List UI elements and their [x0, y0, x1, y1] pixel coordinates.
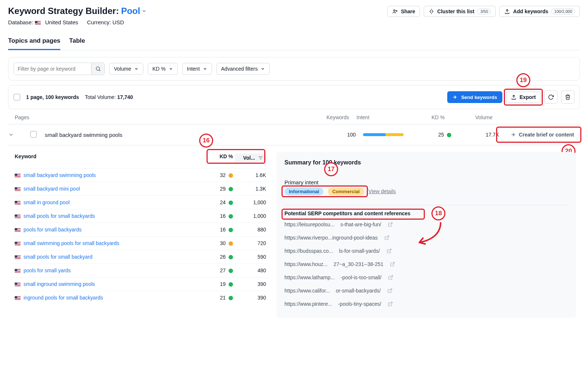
keyword-kd: 24 — [200, 199, 233, 205]
keyword-volume: 1,000 — [233, 213, 266, 219]
search-icon — [95, 66, 101, 72]
page-row: small backyard swimming pools 100 25 17.… — [8, 124, 580, 145]
keyword-link[interactable]: small backyard mini pool — [24, 186, 80, 192]
tab-table[interactable]: Table — [69, 34, 85, 50]
delete-button[interactable] — [561, 91, 574, 104]
keyword-link[interactable]: small inground swimming pools — [24, 281, 95, 287]
svg-line-14 — [390, 276, 392, 278]
keyword-link[interactable]: small backyard swimming pools — [24, 172, 96, 178]
svg-line-11 — [387, 236, 389, 238]
view-details-link[interactable]: View details — [369, 188, 396, 194]
keyword-kd: 30 — [200, 240, 233, 246]
col-keywords[interactable]: Keywords — [305, 114, 349, 120]
keyword-volume: 1.3K — [233, 186, 266, 192]
kw-col-volume[interactable]: Vol... — [235, 153, 266, 162]
us-flag-icon — [35, 21, 41, 25]
competitor-row[interactable]: https://budsspas.co...ls-for-small-yards… — [284, 244, 568, 258]
external-link-icon — [388, 222, 393, 227]
search-button[interactable] — [91, 63, 104, 75]
create-brief-button[interactable]: Create brief or content — [507, 130, 578, 140]
select-all-checkbox[interactable] — [14, 94, 20, 100]
annotation-arrow-18 — [415, 220, 444, 246]
external-link-icon — [384, 235, 390, 240]
external-link-icon — [388, 301, 393, 306]
share-button[interactable]: Share — [387, 6, 420, 17]
tab-topics-pages[interactable]: Topics and pages — [8, 34, 60, 50]
keyword-row: small swimming pools for small backyards… — [12, 236, 269, 250]
export-button[interactable]: Export — [506, 92, 541, 103]
chevron-down-icon — [141, 8, 147, 14]
external-link-icon — [388, 275, 393, 280]
kd-filter[interactable]: KD % — [148, 63, 178, 75]
send-keywords-button[interactable]: Send keywords — [447, 91, 502, 103]
send-icon — [452, 94, 458, 100]
database-info: Database: United States — [8, 19, 78, 25]
expand-toggle[interactable] — [8, 132, 30, 138]
keyword-row: small inground swimming pools19390 — [12, 277, 269, 291]
title-prefix: Keyword Strategy Builder: — [8, 6, 119, 16]
intent-pill-informational: Informational — [284, 188, 323, 195]
competitor-row[interactable]: https://www.califor...or-small-backyards… — [284, 284, 568, 297]
keyword-kd: 21 — [200, 295, 233, 301]
keyword-link[interactable]: pools for small backyards — [24, 227, 82, 233]
chevron-down-icon — [169, 67, 173, 71]
keyword-row: small pools for small backyards161,000 — [12, 209, 269, 223]
us-flag-icon — [15, 242, 21, 246]
refresh-button[interactable] — [544, 91, 557, 104]
svg-line-13 — [392, 262, 394, 265]
sort-icon — [258, 155, 263, 160]
row-checkbox[interactable] — [30, 131, 37, 138]
keyword-volume: 390 — [233, 295, 266, 301]
competitors-title: Potential SERP competitors and content r… — [284, 205, 568, 216]
keyword-kd: 32 — [200, 172, 233, 178]
keyword-link[interactable]: small in ground pool — [24, 199, 69, 205]
us-flag-icon — [15, 296, 21, 300]
competitor-row[interactable]: https://www.pintere...-pools-tiny-spaces… — [284, 297, 568, 311]
keyword-link[interactable]: pools for small yards — [24, 267, 71, 273]
upload-icon — [504, 8, 510, 14]
competitor-row[interactable]: https://www.houz...27~a_30-231--38-251 — [284, 258, 568, 271]
keyword-link[interactable]: small pools for small backyards — [24, 213, 95, 219]
advanced-filters[interactable]: Advanced filters — [216, 63, 270, 75]
col-volume[interactable]: Volume — [445, 114, 492, 120]
keyword-list-panel: Keyword KD % Vol... 16 small backyard sw… — [12, 152, 269, 318]
volume-filter[interactable]: Volume — [109, 63, 143, 75]
keyword-volume: 590 — [233, 254, 266, 260]
svg-point-0 — [394, 10, 395, 11]
kw-col-keyword[interactable]: Keyword — [15, 153, 200, 162]
project-selector[interactable]: Pool — [121, 6, 147, 16]
add-keywords-button[interactable]: Add keywords 100/2,000 — [499, 6, 580, 17]
summary-title: Summary for 100 keywords — [284, 159, 568, 166]
refresh-icon — [548, 94, 554, 100]
us-flag-icon — [15, 201, 21, 205]
keyword-kd: 29 — [200, 186, 233, 192]
filter-panel: Volume KD % Intent Advanced filters — [8, 57, 580, 81]
col-intent[interactable]: Intent — [349, 114, 408, 120]
page-name[interactable]: small backyard swimming pools — [45, 132, 312, 138]
keyword-kd: 16 — [200, 213, 233, 219]
kw-col-kd[interactable]: KD % — [200, 153, 233, 162]
intent-filter[interactable]: Intent — [182, 63, 212, 75]
share-icon — [392, 8, 398, 14]
col-pages[interactable]: Pages — [15, 114, 305, 120]
cluster-icon — [429, 8, 434, 14]
keyword-row: small backyard mini pool291.3K — [12, 182, 269, 195]
keyword-row: pools for small backyards16880 — [12, 223, 269, 236]
keyword-link[interactable]: small pools for small backyard — [24, 254, 93, 260]
svg-line-5 — [99, 70, 100, 71]
cluster-button[interactable]: Cluster this list 3/50 — [424, 6, 496, 17]
export-icon — [511, 94, 517, 100]
arrow-forward-icon — [511, 132, 517, 138]
page-volume: 17.7K — [451, 132, 499, 138]
page-intent-bar — [356, 133, 415, 136]
filter-input[interactable] — [14, 63, 91, 75]
svg-line-15 — [390, 289, 392, 291]
primary-intent-label: Primary intent — [284, 179, 568, 185]
competitor-row[interactable]: https://www.lathamp...-pool-is-too-small… — [284, 271, 568, 284]
chevron-down-icon — [134, 67, 139, 71]
col-kd[interactable]: KD % — [408, 114, 445, 120]
keyword-link[interactable]: small swimming pools for small backyards — [24, 240, 119, 246]
keyword-row: inground pools for small backyards21390 — [12, 291, 269, 304]
keyword-link[interactable]: inground pools for small backyards — [24, 295, 103, 301]
keyword-volume: 390 — [233, 281, 266, 287]
